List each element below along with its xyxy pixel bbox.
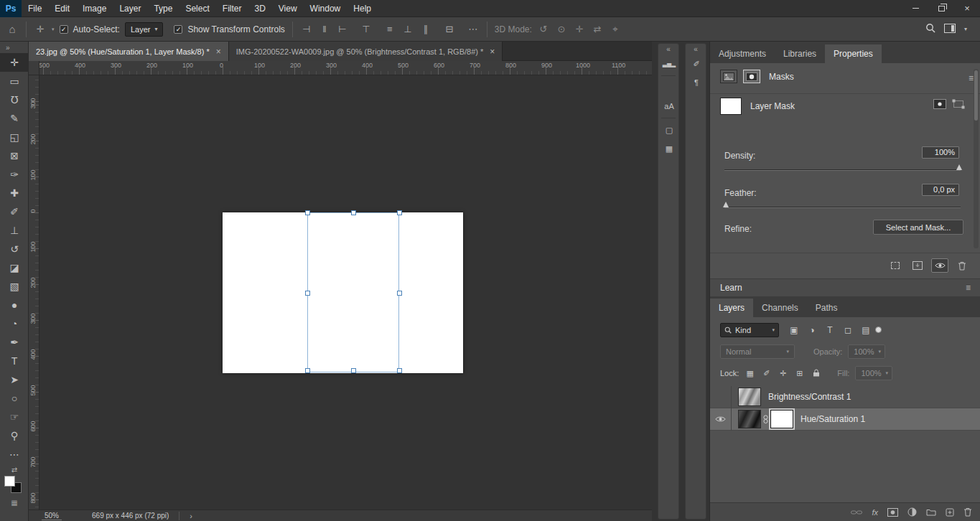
fill-field[interactable]: 100%▾ (855, 366, 892, 380)
frame-tool[interactable]: ⊠ (0, 146, 29, 165)
menu-select[interactable]: Select (179, 0, 215, 17)
character-icon[interactable]: aA (658, 97, 680, 116)
transform-handle-middle-left[interactable] (305, 291, 310, 296)
panel-menu-icon[interactable]: ≡ (966, 283, 971, 293)
restore-button[interactable] (928, 0, 954, 17)
menu-3d[interactable]: 3D (248, 0, 271, 17)
new-group-folder-icon[interactable] (926, 508, 936, 516)
type-tool[interactable]: T (0, 352, 29, 370)
new-adjustment-layer-icon[interactable] (907, 507, 917, 517)
vertical-ruler[interactable]: 300 200 100 0 100 200 300 400 500 600 70… (29, 75, 39, 510)
mask-icon[interactable] (743, 70, 760, 83)
auto-select-checkbox[interactable]: ✓ (60, 25, 68, 34)
transform-handle-top-center[interactable] (351, 210, 356, 215)
transform-bounding-box[interactable] (307, 212, 399, 372)
rectangular-marquee-tool[interactable]: ▭ (0, 72, 29, 90)
transform-handle-bottom-right[interactable] (397, 368, 402, 373)
tab-adjustments[interactable]: Adjustments (710, 44, 775, 63)
tab-layers[interactable]: Layers (710, 299, 753, 317)
filter-adjustment-layers-icon[interactable]: ◑ (806, 323, 818, 337)
zoom-tool[interactable]: ⚲ (0, 426, 29, 445)
align-right-edges-icon[interactable]: ⊢ (336, 24, 349, 34)
apply-mask-icon[interactable] (909, 258, 926, 273)
history-brush-tool[interactable]: ↺ (0, 240, 29, 258)
layer-mask-thumbnail[interactable] (770, 410, 793, 428)
enable-mask-eye-icon[interactable] (931, 258, 948, 273)
close-icon[interactable]: × (490, 47, 495, 57)
blend-mode-dropdown[interactable]: Normal▾ (720, 344, 795, 359)
histogram-icon[interactable]: ▃▅▂ (658, 55, 680, 73)
workspace-icon[interactable] (944, 24, 956, 35)
align-horizontal-centers-icon[interactable]: ‖ (318, 24, 331, 34)
mask-link-icon[interactable] (763, 415, 768, 424)
transform-handle-top-left[interactable] (305, 210, 310, 215)
add-vector-mask-icon[interactable] (952, 99, 965, 111)
delete-mask-trash-icon[interactable] (953, 258, 971, 273)
link-layers-icon[interactable] (851, 510, 862, 515)
density-slider-thumb[interactable] (956, 164, 962, 170)
filter-pixel-layers-icon[interactable]: ▣ (788, 323, 801, 337)
horizontal-ruler[interactable]: 500 400 300 200 100 0 100 200 300 400 50… (29, 61, 652, 75)
transform-handle-bottom-center[interactable] (351, 368, 356, 373)
gradient-tool[interactable]: ▧ (0, 277, 29, 296)
swap-colors-icon[interactable]: ⇄ (0, 464, 29, 475)
brush-tool[interactable]: ✐ (0, 202, 29, 221)
menu-window[interactable]: Window (304, 0, 347, 17)
layer-style-fx-icon[interactable]: fx (872, 508, 878, 517)
close-button[interactable]: × (954, 0, 980, 17)
hand-tool[interactable]: ☞ (0, 408, 29, 426)
learn-panel-header[interactable]: Learn ≡ (710, 278, 980, 297)
menu-type[interactable]: Type (147, 0, 179, 17)
align-more-icon[interactable]: ⋯ (467, 24, 480, 34)
visibility-toggle[interactable] (710, 386, 732, 408)
tab-paths[interactable]: Paths (807, 299, 846, 317)
transform-handle-top-right[interactable] (397, 210, 402, 215)
document-tab-1[interactable]: 23.jpg @ 50% (Hue/Saturation 1, Layer Ma… (29, 42, 229, 61)
clone-source-icon[interactable] (658, 78, 680, 97)
paragraph-icon[interactable]: ¶ (686, 73, 707, 92)
delete-layer-trash-icon[interactable] (963, 507, 972, 517)
lock-transparency-icon[interactable]: ▦ (745, 369, 755, 378)
density-slider[interactable] (724, 169, 961, 171)
load-selection-from-mask-icon[interactable] (887, 258, 904, 273)
auto-select-dropdown[interactable]: Layer▾ (125, 22, 164, 37)
tab-libraries[interactable]: Libraries (775, 44, 825, 63)
pen-tool[interactable]: ✒ (0, 333, 29, 352)
toolbar-collapse-icon[interactable]: » (0, 42, 28, 53)
tab-properties[interactable]: Properties (825, 44, 882, 63)
align-top-edges-icon[interactable]: ⊤ (360, 24, 373, 34)
filter-shape-layers-icon[interactable]: ◻ (841, 323, 854, 337)
tab-channels[interactable]: Channels (753, 299, 807, 317)
current-tool-icon[interactable]: ✛ (34, 24, 47, 34)
menu-view[interactable]: View (272, 0, 304, 17)
spot-healing-brush-tool[interactable]: ✚ (0, 184, 29, 202)
layer-thumbnail[interactable] (738, 410, 761, 428)
menu-layer[interactable]: Layer (113, 0, 147, 17)
align-vertical-centers-icon[interactable]: ≡ (383, 24, 396, 34)
density-value-field[interactable]: 100% (922, 146, 959, 159)
distribute-horizontal-icon[interactable]: ∥ (419, 24, 432, 34)
new-layer-icon[interactable] (946, 508, 954, 517)
lock-pixels-icon[interactable]: ✐ (761, 369, 772, 378)
layer-filter-toggle[interactable] (875, 327, 882, 333)
patterns-icon[interactable]: ▦ (658, 139, 680, 158)
transform-handle-bottom-left[interactable] (305, 368, 310, 373)
color-swatches[interactable] (0, 475, 29, 497)
layer-thumbnail[interactable] (738, 388, 761, 406)
select-and-mask-button[interactable]: Select and Mask... (873, 220, 963, 235)
workspace-chevron-icon[interactable]: ▾ (964, 26, 967, 32)
canvas[interactable] (39, 75, 652, 510)
feather-value-field[interactable]: 0,0 px (922, 184, 959, 196)
align-bottom-edges-icon[interactable]: ⊥ (401, 24, 414, 34)
lock-artboard-icon[interactable]: ⊞ (794, 369, 805, 378)
eraser-tool[interactable]: ◪ (0, 258, 29, 277)
blur-tool[interactable]: ● (0, 296, 29, 314)
add-layer-mask-icon[interactable] (887, 508, 898, 517)
clone-stamp-tool[interactable]: ⊥ (0, 221, 29, 240)
properties-scrollbar[interactable] (974, 69, 979, 248)
crop-tool[interactable]: ◱ (0, 128, 29, 146)
menu-filter[interactable]: Filter (216, 0, 248, 17)
menu-help[interactable]: Help (347, 0, 378, 17)
transform-handle-middle-right[interactable] (397, 291, 402, 296)
layer-filter-kind-dropdown[interactable]: Kind ▾ (720, 323, 779, 337)
